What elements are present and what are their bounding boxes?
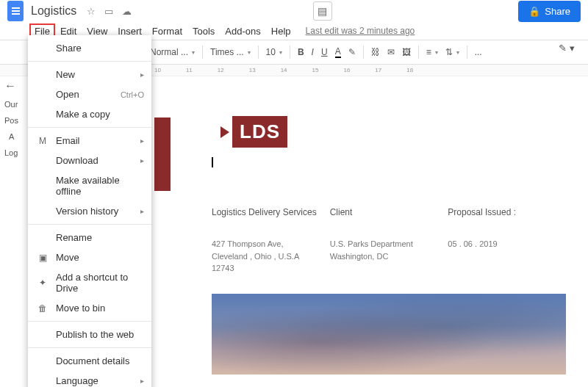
align-button[interactable]: ≡ [423, 46, 441, 59]
cloud-status-icon: ☁ [121, 5, 132, 17]
menu-help[interactable]: Help [266, 23, 296, 39]
outline-sidebar: ← Our Pos A Log [0, 65, 26, 172]
highlight-button[interactable]: ✎ [345, 46, 359, 59]
menu-item-add-shortcut[interactable]: ✦Add a shortcut to Drive [28, 267, 151, 298]
comments-button[interactable]: ▤ [313, 1, 332, 21]
proposal-date: 05 . 06 . 2019 [448, 238, 566, 250]
menu-item-download[interactable]: Download [28, 151, 151, 170]
menu-item-new[interactable]: New [28, 65, 151, 84]
trash-icon: 🗑 [37, 303, 49, 314]
logo-text: LDS [232, 116, 287, 148]
editing-mode-button[interactable]: ✎ ▾ [559, 43, 575, 54]
move-folder-icon[interactable]: ▭ [103, 5, 115, 17]
menu-item-offline[interactable]: Make available offline [28, 170, 151, 201]
bold-button[interactable]: B [295, 46, 307, 59]
menu-format[interactable]: Format [147, 23, 187, 39]
menu-item-open[interactable]: OpenCtrl+O [28, 84, 151, 104]
document-info-row: Logistics Delivery Services 427 Thompson… [212, 207, 566, 275]
font-select[interactable]: Times ... [207, 46, 254, 59]
info-heading-company: Logistics Delivery Services [212, 207, 330, 217]
shortcut-icon: ✦ [37, 278, 49, 288]
info-heading-client: Client [330, 207, 448, 217]
file-menu-dropdown: Share New OpenCtrl+O Make a copy MEmail … [28, 35, 151, 387]
underline-button[interactable]: U [318, 46, 331, 59]
menu-item-document-details[interactable]: Document details [28, 351, 151, 371]
outline-item[interactable]: A [4, 132, 22, 141]
company-address: 427 Thompson Ave, Cleveland , Ohio , U.S… [212, 238, 307, 275]
more-toolbar-button[interactable]: ... [472, 46, 485, 59]
hero-image [212, 294, 566, 375]
outline-item[interactable]: Our [4, 100, 22, 109]
logo-triangle-icon [220, 126, 229, 138]
lock-icon: 🔒 [528, 6, 540, 17]
paragraph-style-select[interactable]: Normal ... [147, 46, 198, 59]
menu-item-language[interactable]: Language [28, 371, 151, 387]
star-icon[interactable]: ☆ [85, 5, 97, 17]
menu-tools[interactable]: Tools [187, 23, 220, 39]
info-heading-date: Proposal Issued : [448, 207, 566, 217]
text-cursor [212, 157, 213, 167]
outline-item[interactable]: Log [4, 148, 22, 157]
insert-image-button[interactable]: 🖼 [399, 46, 414, 59]
menu-item-move-to-bin[interactable]: 🗑Move to bin [28, 298, 151, 318]
docs-app-icon[interactable] [7, 1, 24, 21]
document-title[interactable]: Logistics [31, 4, 76, 18]
italic-button[interactable]: I [309, 46, 317, 59]
menu-item-move[interactable]: ▣Move [28, 247, 151, 267]
menu-addons[interactable]: Add-ons [220, 23, 265, 39]
back-arrow-icon[interactable]: ← [4, 79, 22, 93]
menu-item-version-history[interactable]: Version history [28, 201, 151, 221]
insert-comment-button[interactable]: ✉ [384, 46, 398, 59]
mail-icon: M [37, 136, 49, 146]
text-color-button[interactable]: A [332, 45, 344, 59]
line-spacing-button[interactable]: ⇅ [442, 46, 462, 59]
last-edit-link[interactable]: Last edit was 2 minutes ago [301, 23, 420, 38]
menu-item-publish[interactable]: Publish to the web [28, 325, 151, 344]
font-size-select[interactable]: 10 [263, 46, 285, 59]
menu-item-email[interactable]: MEmail [28, 131, 151, 151]
insert-link-button[interactable]: ⛓ [368, 46, 383, 59]
outline-item[interactable]: Pos [4, 116, 22, 125]
logo-stripe [154, 117, 171, 191]
folder-icon: ▣ [37, 253, 49, 263]
client-name: U.S. Parks Department Washington, DC [330, 238, 433, 262]
share-button[interactable]: 🔒 Share [518, 1, 581, 22]
menu-item-share[interactable]: Share [28, 38, 151, 58]
share-label: Share [545, 6, 570, 17]
menu-item-rename[interactable]: Rename [28, 228, 151, 247]
company-logo: LDS [220, 116, 287, 148]
menu-item-make-copy[interactable]: Make a copy [28, 104, 151, 124]
